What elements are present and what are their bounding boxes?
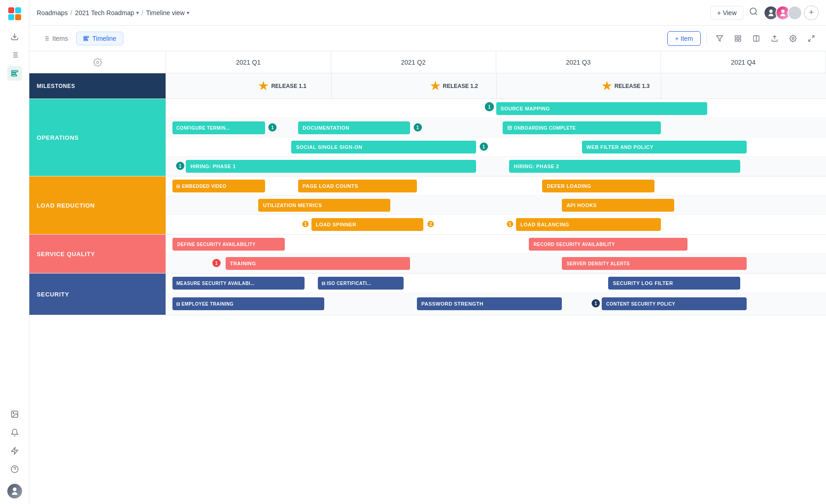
lr-row-1: ⊟EMBEDDED VIDEO PAGE LOAD COUNTS DEFER L…	[166, 176, 826, 196]
star-icon-3: ★	[602, 80, 612, 93]
bar-hiring-phase2[interactable]: HIRING: PHASE 2	[509, 160, 740, 173]
bar-source-mapping[interactable]: SOURCE MAPPING	[496, 102, 707, 115]
bar-api-hooks[interactable]: API HOOKS	[562, 199, 674, 212]
header-right: + View +	[710, 5, 819, 20]
svg-rect-28	[84, 39, 88, 40]
sidebar-icon-lightning[interactable]	[7, 444, 22, 458]
header-avatars: +	[764, 5, 819, 20]
breadcrumb-tech-roadmap[interactable]: 2021 Tech Roadmap ▾	[75, 9, 139, 16]
milestone-3-label: RELEASE 1.3	[615, 83, 650, 89]
svg-line-37	[812, 36, 814, 38]
export-button[interactable]	[767, 31, 782, 46]
add-view-button[interactable]: + View	[710, 6, 743, 20]
ops-row-4: 1 HIRING: PHASE 1 HIRING: PHASE 2	[166, 157, 826, 176]
group-load-reduction: LOAD REDUCTION ⊟EMBEDDED VIDEO PAGE LOAD…	[29, 176, 826, 235]
milestones-label: MILESTONES	[29, 73, 166, 99]
bar-defer-loading[interactable]: DEFER LOADING	[542, 180, 654, 192]
filter-button[interactable]	[712, 31, 727, 46]
ops-row-1: SOURCE MAPPING 1	[166, 99, 826, 118]
bar-utilization-metrics[interactable]: UTILIZATION METRICS	[258, 199, 390, 212]
svg-point-39	[96, 61, 99, 63]
sec-row-2: ⊟EMPLOYEE TRAINING PASSWORD STRENGTH 1 C…	[166, 293, 826, 315]
star-icon-1: ★	[258, 80, 268, 93]
quarter-header: 2021 Q1 2021 Q2 2021 Q3 2021 Q4	[29, 51, 826, 73]
bar-content-security-policy[interactable]: CONTENT SECURITY POLICY	[602, 297, 747, 310]
add-person-button[interactable]: +	[804, 5, 819, 20]
breadcrumb-timeline-view[interactable]: Timeline view ▾	[146, 9, 189, 16]
sidebar-icon-timeline[interactable]	[7, 66, 22, 81]
sidebar-icon-list[interactable]	[7, 48, 22, 62]
bar-training[interactable]: TRAINING	[226, 257, 410, 270]
sidebar-icon-bell[interactable]	[7, 425, 22, 440]
bar-measure-security[interactable]: MEASURE SECURITY AVAILABI...	[172, 277, 305, 290]
sidebar-icon-image[interactable]	[7, 407, 22, 422]
breadcrumb-sep1: /	[71, 9, 72, 16]
tab-timeline[interactable]: Timeline	[76, 32, 123, 45]
bar-hiring-phase1[interactable]: HIRING: PHASE 1	[186, 160, 476, 173]
bar-page-load-counts[interactable]: PAGE LOAD COUNTS	[298, 180, 417, 192]
operations-content: SOURCE MAPPING 1 CONFIGURE TERMIN... 1 D…	[166, 99, 826, 176]
lr-row-3: 1 LOAD SPINNER 2 1 LOAD BALANCING	[166, 215, 826, 234]
search-icon[interactable]	[749, 7, 758, 18]
bar-iso-cert[interactable]: ⊟ISO CERTIFICATI...	[318, 277, 404, 290]
bar-onboarding[interactable]: ⊟ ONBOARDING COMPLETE	[503, 121, 661, 134]
settings-button[interactable]	[786, 31, 800, 46]
sec-row-1: MEASURE SECURITY AVAILABI... ⊟ISO CERTIF…	[166, 274, 826, 293]
svg-rect-33	[738, 39, 741, 41]
bar-embedded-video[interactable]: ⊟EMBEDDED VIDEO	[172, 180, 265, 192]
milestones-text: MILESTONES	[37, 83, 75, 89]
iso-icon: ⊟	[322, 281, 325, 286]
tab-items[interactable]: Items	[37, 32, 74, 45]
embedded-icon: ⊟	[176, 184, 180, 189]
quarter-q2: 2021 Q2	[331, 51, 496, 73]
operations-label: OPERATIONS	[29, 99, 166, 176]
ops-row-2: CONFIGURE TERMIN... 1 DOCUMENTATION 1 ⊟ …	[166, 118, 826, 137]
bar-configure-termin[interactable]: CONFIGURE TERMIN...	[172, 121, 265, 134]
breadcrumb-roadmaps[interactable]: Roadmaps	[37, 9, 68, 16]
milestone-release-1-3[interactable]: ★ RELEASE 1.3	[602, 80, 650, 93]
sidebar-icon-help[interactable]	[7, 462, 22, 477]
app-logo[interactable]	[6, 5, 23, 22]
svg-rect-13	[11, 75, 17, 76]
columns-button[interactable]	[749, 31, 764, 46]
badge-load-spinner-2: 2	[427, 220, 435, 228]
badge-load-balancing: 1	[506, 220, 514, 228]
bar-social-sso[interactable]: SOCIAL SINGLE SIGN-ON	[291, 141, 476, 153]
bar-documentation[interactable]: DOCUMENTATION	[298, 121, 410, 134]
svg-rect-26	[84, 36, 89, 37]
milestone-release-1-2[interactable]: ★ RELEASE 1.2	[430, 80, 478, 93]
fullscreen-button[interactable]	[804, 31, 819, 46]
bar-server-density[interactable]: SERVER DENSITY ALERTS	[562, 257, 747, 270]
lr-row-2: UTILIZATION METRICS API HOOKS	[166, 196, 826, 215]
add-item-button[interactable]: + Item	[667, 31, 701, 46]
bar-password-strength[interactable]: PASSWORD STRENGTH	[417, 297, 562, 310]
svg-rect-30	[735, 36, 737, 38]
bar-employee-training[interactable]: ⊟EMPLOYEE TRAINING	[172, 297, 324, 310]
onboarding-icon: ⊟	[507, 125, 512, 131]
svg-point-18	[750, 8, 756, 14]
group-service-quality: SERVICE QUALITY DEFINE SECURITY AVAILABI…	[29, 235, 826, 274]
bar-define-security[interactable]: DEFINE SECURITY AVAILABILITY	[172, 238, 285, 251]
badge-documentation: 1	[414, 123, 422, 131]
bar-record-security[interactable]: RECORD SECURITY AVAILABILITY	[529, 238, 687, 251]
sidebar-user-avatar[interactable]	[7, 484, 22, 499]
bar-web-filter[interactable]: WEB FILTER AND POLICY	[582, 141, 747, 153]
svg-rect-31	[738, 36, 741, 38]
svg-rect-4	[15, 14, 21, 20]
badge-load-spinner-left: 1	[301, 220, 310, 228]
quarter-q4: 2021 Q4	[661, 51, 826, 73]
ops-row-3: SOCIAL SINGLE SIGN-ON 1 WEB FILTER AND P…	[166, 137, 826, 157]
svg-rect-1	[8, 7, 14, 13]
svg-point-15	[13, 412, 14, 413]
bar-load-spinner[interactable]: LOAD SPINNER	[311, 218, 424, 231]
employee-training-icon: ⊟	[176, 301, 180, 307]
group-button[interactable]	[731, 31, 745, 46]
grid-line-q2	[496, 73, 497, 99]
bar-security-log-filter[interactable]: SECURITY LOG FILTER	[608, 277, 740, 290]
toolbar-right: + Item	[667, 31, 819, 46]
sidebar-icon-download[interactable]	[7, 29, 22, 44]
bar-load-balancing[interactable]: LOAD BALANCING	[516, 218, 661, 231]
sidebar	[0, 0, 29, 504]
svg-rect-11	[11, 71, 18, 72]
milestone-release-1-1[interactable]: ★ RELEASE 1.1	[258, 80, 306, 93]
